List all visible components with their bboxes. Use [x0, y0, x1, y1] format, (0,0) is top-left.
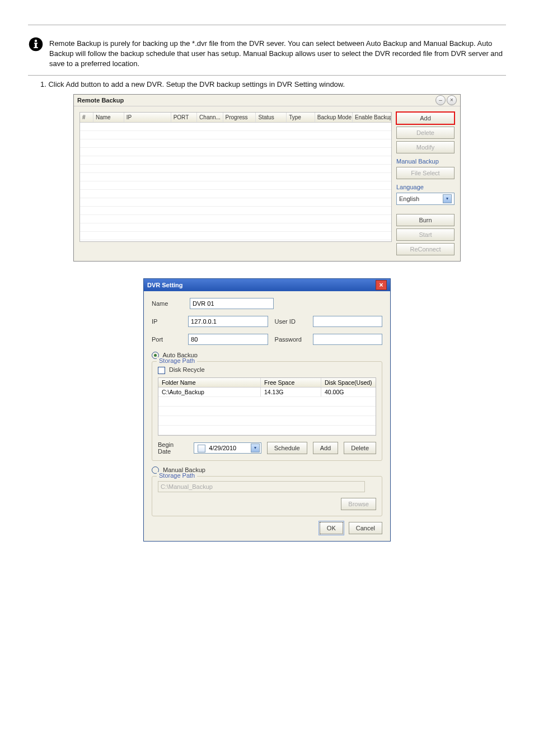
minimize-icon[interactable]: –: [435, 95, 446, 105]
manual-backup-label: Manual Backup: [396, 158, 455, 165]
table-row: [80, 181, 391, 190]
svg-rect-4: [34, 47, 38, 48]
port-input[interactable]: 80: [188, 334, 268, 345]
col-enable-backup[interactable]: Enable Backup: [353, 113, 391, 122]
col-port[interactable]: PORT: [171, 113, 197, 122]
ok-button[interactable]: OK: [320, 522, 343, 534]
ip-label: IP: [152, 318, 181, 325]
storage-row: [158, 416, 376, 426]
col-num[interactable]: #: [80, 113, 93, 122]
storage-folder: C:\Auto_Backup: [158, 388, 261, 396]
col-folder-name[interactable]: Folder Name: [158, 378, 261, 387]
col-progress[interactable]: Progress: [223, 113, 256, 122]
table-row: [80, 123, 391, 131]
col-backup-mode[interactable]: Backup Mode: [315, 113, 353, 122]
ip-input[interactable]: 127.0.0.1: [188, 316, 268, 327]
password-label: Password: [275, 336, 307, 343]
name-input[interactable]: DVR 01: [190, 298, 274, 309]
close-icon[interactable]: ×: [376, 280, 387, 290]
dvr-setting-title: DVR Setting: [147, 282, 183, 288]
add-path-button[interactable]: Add: [313, 442, 339, 454]
dvr-setting-dialog: DVR Setting × Name DVR 01 IP 127.0.0.1 U…: [143, 278, 391, 542]
add-button[interactable]: Add: [396, 112, 455, 124]
col-disk-space-used[interactable]: Disk Space(Used): [321, 378, 376, 387]
backup-table: # Name IP PORT Chann... Progress Status …: [79, 112, 392, 242]
col-free-space[interactable]: Free Space: [261, 378, 321, 387]
table-row: [80, 148, 391, 156]
storage-used: 40.00G: [321, 388, 376, 396]
table-row: [80, 223, 391, 232]
browse-button[interactable]: Browse: [341, 498, 376, 510]
storage-row: [158, 397, 376, 407]
remote-backup-title: Remote Backup: [77, 97, 124, 104]
table-row: [80, 207, 391, 215]
col-chann[interactable]: Chann...: [197, 113, 223, 122]
disk-recycle-label: Disk Recycle: [169, 366, 205, 373]
storage-path-legend-2: Storage Path: [157, 472, 197, 479]
port-label: Port: [152, 336, 181, 343]
step-1-text: 1. Click Add button to add a new DVR. Se…: [40, 80, 506, 88]
col-name[interactable]: Name: [93, 113, 124, 122]
language-value: English: [399, 195, 419, 202]
table-row: [80, 139, 391, 148]
delete-button[interactable]: Delete: [396, 127, 455, 139]
name-label: Name: [152, 300, 183, 307]
table-row: [80, 215, 391, 223]
delete-path-button[interactable]: Delete: [344, 442, 376, 454]
begin-date-value: 4/29/2010: [209, 445, 236, 451]
storage-row: [158, 426, 376, 435]
info-note-text: Remote Backup is purely for backing up t…: [49, 36, 506, 69]
manual-path-input: C:\Manual_Backup: [158, 481, 365, 492]
language-select[interactable]: English ▾: [396, 193, 455, 205]
file-select-button[interactable]: File Select: [396, 167, 455, 179]
storage-free: 14.13G: [261, 388, 321, 396]
language-label: Language: [396, 184, 455, 190]
burn-button[interactable]: Burn: [396, 214, 455, 226]
col-status[interactable]: Status: [256, 113, 287, 122]
begin-date-label: Begin Date: [158, 441, 188, 455]
info-icon: [28, 36, 44, 52]
cancel-button[interactable]: Cancel: [349, 522, 382, 534]
table-row: [80, 232, 391, 240]
chevron-down-icon: ▾: [443, 194, 452, 203]
user-id-label: User ID: [275, 318, 307, 325]
start-button[interactable]: Start: [396, 228, 455, 241]
modify-button[interactable]: Modify: [396, 141, 455, 153]
table-row: [80, 156, 391, 165]
col-type[interactable]: Type: [287, 113, 315, 122]
table-row: [80, 190, 391, 198]
storage-path-legend: Storage Path: [157, 357, 197, 364]
storage-row[interactable]: C:\Auto_Backup 14.13G 40.00G: [158, 388, 376, 397]
user-id-input[interactable]: [313, 316, 382, 327]
remote-backup-window: Remote Backup – × # Name IP PORT Chann..…: [73, 94, 461, 262]
disk-recycle-checkbox[interactable]: [158, 367, 165, 374]
table-row: [80, 165, 391, 173]
table-row: [80, 131, 391, 139]
schedule-button[interactable]: Schedule: [267, 442, 307, 454]
close-icon[interactable]: ×: [447, 95, 457, 105]
password-input[interactable]: [313, 334, 382, 345]
table-row: [80, 198, 391, 207]
col-ip[interactable]: IP: [124, 113, 171, 122]
svg-rect-3: [35, 43, 37, 48]
storage-path-table: Folder Name Free Space Disk Space(Used) …: [158, 377, 376, 436]
reconnect-button[interactable]: ReConnect: [396, 243, 455, 255]
table-row: [80, 173, 391, 181]
storage-row: [158, 407, 376, 416]
svg-point-1: [35, 40, 37, 42]
chevron-down-icon: ▾: [251, 444, 260, 452]
begin-date-input[interactable]: 4/29/2010 ▾: [194, 442, 261, 454]
